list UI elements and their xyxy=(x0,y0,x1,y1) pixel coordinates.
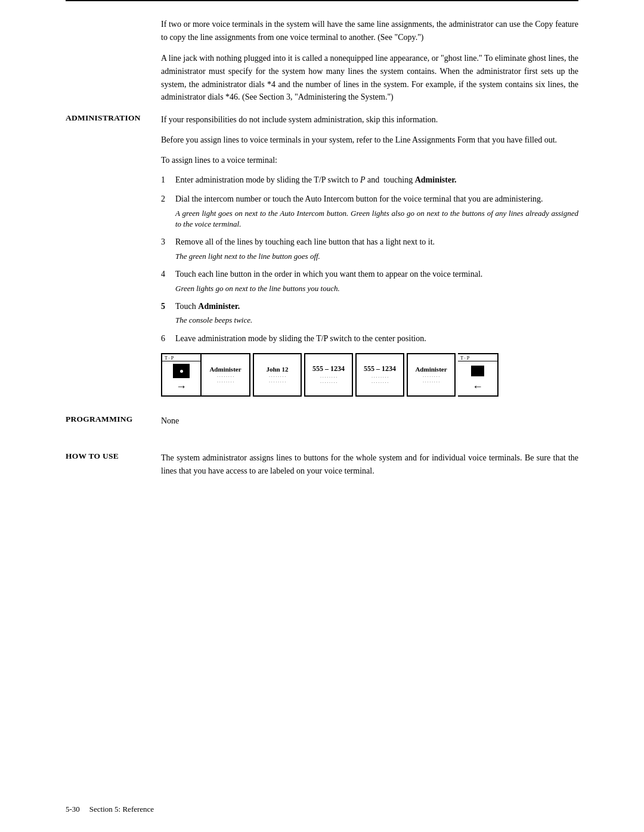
step-6-num: 6 xyxy=(161,332,175,345)
page: If two or more voice terminals in the sy… xyxy=(0,0,644,832)
tp-label-right: T · P xyxy=(460,355,469,361)
step-1: 1 Enter administration mode by sliding t… xyxy=(161,174,578,187)
step-4-note: Green lights go on next to the line butt… xyxy=(175,283,578,294)
right-terminal-body xyxy=(458,361,497,381)
right-terminal: T · P ← xyxy=(458,353,499,397)
administration-label: ADMINISTRATION xyxy=(66,113,161,409)
how-to-use-label: HOW TO USE xyxy=(66,451,161,484)
how-to-use-section: HOW TO USE The system administrator assi… xyxy=(66,451,578,484)
page-footer: 5-30 Section 5: Reference xyxy=(66,805,578,814)
admin-para1: If your responsibilities do not include … xyxy=(161,113,578,126)
admin-para3: To assign lines to a voice terminal: xyxy=(161,154,578,167)
step-3-content: Remove all of the lines by touching each… xyxy=(175,236,578,262)
btn-administer-2-sub: · · · · · · · ·· · · · · · · · xyxy=(423,374,439,385)
step-5: 5 Touch Administer. The console beeps tw… xyxy=(161,300,578,326)
how-to-use-body: The system administrator assigns lines t… xyxy=(161,451,578,484)
step-2: 2 Dial the intercom number or touch the … xyxy=(161,193,578,230)
btn-john12: John 12 · · · · · · · ·· · · · · · · · xyxy=(253,353,302,397)
step-1-num: 1 xyxy=(161,174,175,187)
programming-value: None xyxy=(161,415,578,428)
administration-body: If your responsibilities do not include … xyxy=(161,113,578,409)
btn-555-1234-1-text: 555 – 1234 xyxy=(312,364,345,373)
btn-555-1234-2-text: 555 – 1234 xyxy=(364,364,396,373)
main-content: If two or more voice terminals in the sy… xyxy=(0,0,644,526)
phone-diagram: T · P → Administer · · · · · · · ·· · · … xyxy=(161,353,578,397)
step-3-num: 3 xyxy=(161,236,175,249)
intro-section: If two or more voice terminals in the sy… xyxy=(161,18,578,104)
right-terminal-header: T · P xyxy=(458,354,497,361)
left-terminal-body xyxy=(162,361,200,381)
step-6-content: Leave administration mode by sliding the… xyxy=(175,332,578,345)
btn-555-1234-1-sub: · · · · · · · ·· · · · · · · · xyxy=(320,375,337,385)
right-black-block xyxy=(471,366,484,376)
step-6: 6 Leave administration mode by sliding t… xyxy=(161,332,578,345)
left-white-dot xyxy=(180,370,183,373)
btn-555-1234-1: 555 – 1234 · · · · · · · ·· · · · · · · … xyxy=(304,353,353,397)
tp-label-left: T · P xyxy=(165,355,174,361)
administration-section: ADMINISTRATION If your responsibilities … xyxy=(66,113,578,409)
step-3-note: The green light next to the line button … xyxy=(175,251,578,262)
left-terminal: T · P → xyxy=(161,353,202,397)
btn-administer-1: Administer · · · · · · · ·· · · · · · · … xyxy=(202,353,250,397)
btn-administer-2-text: Administer xyxy=(415,366,447,373)
btn-john12-sub: · · · · · · · ·· · · · · · · · xyxy=(269,374,286,385)
left-arrow: → xyxy=(162,381,200,395)
btn-john12-text: John 12 xyxy=(267,366,289,373)
step-5-content: Touch Administer. The console beeps twic… xyxy=(175,300,578,326)
step-2-content: Dial the intercom number or touch the Au… xyxy=(175,193,578,230)
step-3: 3 Remove all of the lines by touching ea… xyxy=(161,236,578,262)
step-2-num: 2 xyxy=(161,193,175,206)
step-4: 4 Touch each line button in the order in… xyxy=(161,268,578,294)
programming-section: PROGRAMMING None xyxy=(66,415,578,435)
how-to-use-text: The system administrator assigns lines t… xyxy=(161,451,578,477)
btn-administer-1-text: Administer xyxy=(209,366,241,373)
footer-page-num: 5-30 xyxy=(66,805,80,814)
step-2-note: A green light goes on next to the Auto I… xyxy=(175,208,578,230)
step-5-note: The console beeps twice. xyxy=(175,315,578,326)
intro-para1: If two or more voice terminals in the sy… xyxy=(161,18,578,44)
btn-administer-1-sub: · · · · · · · ·· · · · · · · · xyxy=(217,374,234,385)
step-4-content: Touch each line button in the order in w… xyxy=(175,268,578,294)
left-black-block xyxy=(173,364,190,378)
step-4-num: 4 xyxy=(161,268,175,281)
intro-para2: A line jack with nothing plugged into it… xyxy=(161,52,578,104)
footer-section: Section 5: Reference xyxy=(89,805,154,814)
left-terminal-header: T · P xyxy=(162,354,200,361)
admin-para2: Before you assign lines to voice termina… xyxy=(161,134,578,147)
programming-label: PROGRAMMING xyxy=(66,415,161,435)
step-5-num: 5 xyxy=(161,300,175,313)
btn-administer-2: Administer · · · · · · · ·· · · · · · · … xyxy=(407,353,456,397)
btn-555-1234-2-sub: · · · · · · · ·· · · · · · · · xyxy=(371,375,388,385)
programming-body: None xyxy=(161,415,578,435)
step-1-content: Enter administration mode by sliding the… xyxy=(175,174,578,187)
right-arrow: ← xyxy=(458,381,497,395)
steps-list: 1 Enter administration mode by sliding t… xyxy=(161,174,578,345)
btn-555-1234-2: 555 – 1234 · · · · · · · ·· · · · · · · … xyxy=(355,353,404,397)
